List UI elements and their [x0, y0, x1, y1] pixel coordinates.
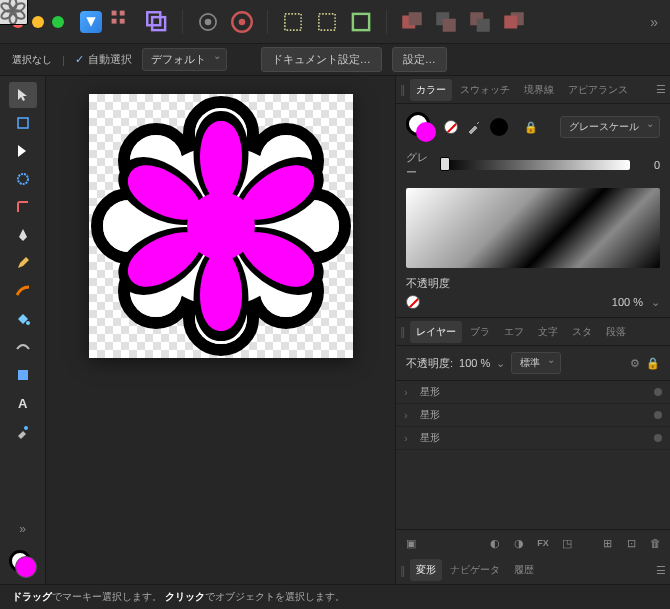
layer-opacity-label: 不透明度:	[406, 356, 453, 371]
grid-icon[interactable]	[110, 9, 136, 35]
visibility-toggle[interactable]	[654, 411, 662, 419]
auto-select-checkbox[interactable]: ✓ 自動選択	[75, 52, 132, 67]
layers-panel-tabs: ‖ レイヤー ブラ エフ 文字 スタ 段落	[396, 318, 670, 346]
tab-swatches[interactable]: スウォッチ	[454, 79, 516, 101]
pen-tool[interactable]	[9, 222, 37, 248]
contour-tool[interactable]	[9, 166, 37, 192]
tab-paragraph[interactable]: 段落	[600, 321, 632, 343]
snap2-icon[interactable]	[314, 9, 340, 35]
layer-opacity-stepper[interactable]: ⌄	[496, 357, 505, 370]
snap3-icon[interactable]	[348, 9, 374, 35]
tab-transform[interactable]: 変形	[410, 559, 442, 581]
grip-icon[interactable]: ‖	[400, 325, 406, 338]
svg-rect-14	[409, 12, 422, 25]
grey-label: グレー	[406, 150, 436, 180]
arrange2-icon[interactable]	[433, 9, 459, 35]
stroke-fill-swatch[interactable]	[406, 112, 436, 142]
tab-history[interactable]: 履歴	[508, 559, 540, 581]
expand-icon[interactable]: ›	[404, 409, 412, 421]
tab-styles[interactable]: スタ	[566, 321, 598, 343]
svg-rect-21	[18, 118, 28, 128]
blend-mode-dropdown[interactable]: 標準	[511, 352, 561, 374]
corner-tool[interactable]	[9, 194, 37, 220]
layer-row[interactable]: ›星形	[396, 427, 670, 450]
new-layer-icon[interactable]: ⊡	[622, 534, 640, 552]
layer-lock-icon[interactable]: 🔒	[646, 357, 660, 370]
arrange3-icon[interactable]	[467, 9, 493, 35]
tab-navigator[interactable]: ナビゲータ	[444, 559, 506, 581]
preset-dropdown[interactable]: デフォルト	[142, 48, 227, 71]
color-well[interactable]	[9, 550, 37, 578]
liveblend-icon[interactable]: ◑	[510, 534, 528, 552]
svg-rect-5	[152, 17, 165, 30]
arrange4-icon[interactable]	[501, 9, 527, 35]
settings-button[interactable]: 設定…	[392, 47, 447, 72]
grip-icon[interactable]: ‖	[400, 83, 406, 96]
gear1-icon[interactable]	[195, 9, 221, 35]
node-tool[interactable]	[9, 138, 37, 164]
lock-icon[interactable]: 🔒	[524, 121, 538, 134]
canvas-area[interactable]	[46, 76, 395, 584]
expand-icon[interactable]: ›	[404, 432, 412, 444]
target-icon[interactable]	[229, 9, 255, 35]
opacity-none-icon[interactable]	[406, 295, 420, 309]
transparency-tool[interactable]	[9, 334, 37, 360]
shape-tool[interactable]	[9, 362, 37, 388]
new-group-icon[interactable]: ⊞	[598, 534, 616, 552]
snap1-icon[interactable]	[280, 9, 306, 35]
artboard[interactable]	[89, 94, 353, 358]
crop-icon[interactable]: ◳	[558, 534, 576, 552]
arrange1-icon[interactable]	[399, 9, 425, 35]
copy-icon[interactable]	[144, 9, 170, 35]
opacity-value: 100 %	[612, 296, 643, 308]
panel-menu-icon[interactable]: ☰	[656, 564, 666, 577]
eyedropper-icon[interactable]	[466, 119, 482, 135]
layer-row[interactable]: ›星形	[396, 381, 670, 404]
tab-layers[interactable]: レイヤー	[410, 321, 462, 343]
color-preview[interactable]	[406, 188, 660, 268]
tools-more[interactable]: »	[9, 516, 37, 542]
delete-layer-icon[interactable]: 🗑	[646, 534, 664, 552]
artboard-tool[interactable]	[9, 110, 37, 136]
doc-settings-button[interactable]: ドキュメント設定…	[261, 47, 382, 72]
visibility-toggle[interactable]	[654, 388, 662, 396]
opacity-stepper[interactable]: ⌄	[651, 296, 660, 309]
maximize-window[interactable]	[52, 16, 64, 28]
mask-icon[interactable]: ▣	[402, 534, 420, 552]
grey-slider[interactable]	[442, 160, 630, 170]
tab-brush[interactable]: ブラ	[464, 321, 496, 343]
expand-icon[interactable]: ›	[404, 386, 412, 398]
tab-appearance[interactable]: アピアランス	[562, 79, 634, 101]
layers-list: ›星形›星形›星形	[396, 381, 670, 529]
color-mode-dropdown[interactable]: グレースケール	[560, 116, 660, 138]
tab-text[interactable]: 文字	[532, 321, 564, 343]
svg-rect-16	[443, 18, 456, 31]
color-section: 🔒 グレースケール グレー 0 不透明度 100 % ⌄	[396, 104, 670, 318]
text-tool[interactable]: A	[9, 390, 37, 416]
fill-tool[interactable]	[9, 306, 37, 332]
tab-effects[interactable]: エフ	[498, 321, 530, 343]
visibility-toggle[interactable]	[654, 434, 662, 442]
svg-text:A: A	[18, 396, 28, 411]
last-color-swatch[interactable]	[490, 118, 508, 136]
svg-rect-11	[319, 13, 335, 29]
tab-stroke[interactable]: 境界線	[518, 79, 560, 101]
svg-rect-2	[112, 18, 117, 23]
layer-settings-icon[interactable]: ⚙	[630, 357, 640, 370]
layer-row[interactable]: ›星形	[396, 404, 670, 427]
panel-menu-icon[interactable]: ☰	[656, 83, 666, 96]
layers-toolbar: ▣ ◐ ◑ FX ◳ ⊞ ⊡ 🗑	[396, 529, 670, 556]
move-tool[interactable]	[9, 82, 37, 108]
right-panel: ‖ カラー スウォッチ 境界線 アピアランス ☰ 🔒 グレースケール グレー 0	[395, 76, 670, 584]
pencil-tool[interactable]	[9, 250, 37, 276]
svg-point-9	[239, 18, 246, 25]
no-color-button[interactable]	[444, 120, 458, 134]
adjust-icon[interactable]: ◐	[486, 534, 504, 552]
vector-brush-tool[interactable]	[9, 278, 37, 304]
fx-icon[interactable]: FX	[534, 534, 552, 552]
grip-icon[interactable]: ‖	[400, 564, 406, 577]
tab-color[interactable]: カラー	[410, 79, 452, 101]
toolbar-more[interactable]: »	[650, 14, 658, 30]
eyedropper-tool[interactable]	[9, 418, 37, 444]
minimize-window[interactable]	[32, 16, 44, 28]
